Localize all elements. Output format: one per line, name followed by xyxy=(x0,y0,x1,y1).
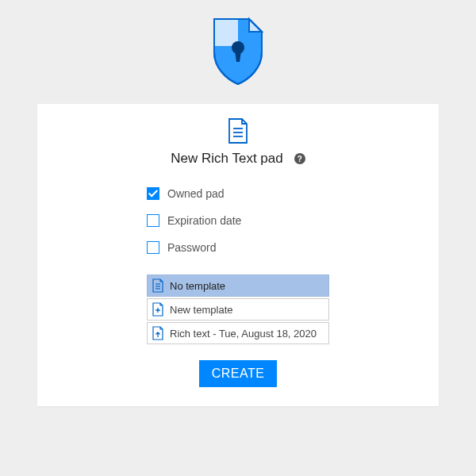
password-checkbox[interactable]: Password xyxy=(147,241,329,254)
new-doc-icon xyxy=(152,302,163,317)
expiration-label: Expiration date xyxy=(167,214,241,227)
options-group: Owned pad Expiration date Password xyxy=(147,187,329,254)
expiration-date-checkbox[interactable]: Expiration date xyxy=(147,214,329,227)
template-label: Rich text - Tue, August 18, 2020 xyxy=(170,328,317,340)
template-label: New template xyxy=(170,304,232,316)
checkbox-icon xyxy=(147,187,159,200)
template-list: No template New template xyxy=(147,274,329,344)
template-rich-text[interactable]: Rich text - Tue, August 18, 2020 xyxy=(147,322,329,344)
help-icon[interactable]: ? xyxy=(294,153,305,164)
template-new-template[interactable]: New template xyxy=(147,298,329,321)
document-icon xyxy=(228,118,248,146)
template-label: No template xyxy=(170,280,225,292)
checkbox-icon xyxy=(147,241,159,254)
create-button[interactable]: CREATE xyxy=(199,360,278,387)
template-no-template[interactable]: No template xyxy=(147,274,329,297)
panel-title: New Rich Text pad xyxy=(171,151,282,167)
password-label: Password xyxy=(167,241,216,254)
owned-pad-label: Owned pad xyxy=(167,187,225,200)
checkbox-icon xyxy=(147,214,159,227)
doc-icon xyxy=(152,278,163,293)
upload-doc-icon xyxy=(152,326,163,340)
app-logo xyxy=(209,16,267,88)
owned-pad-checkbox[interactable]: Owned pad xyxy=(147,187,329,200)
create-pad-panel: New Rich Text pad ? Owned pad Expiration… xyxy=(37,104,439,406)
